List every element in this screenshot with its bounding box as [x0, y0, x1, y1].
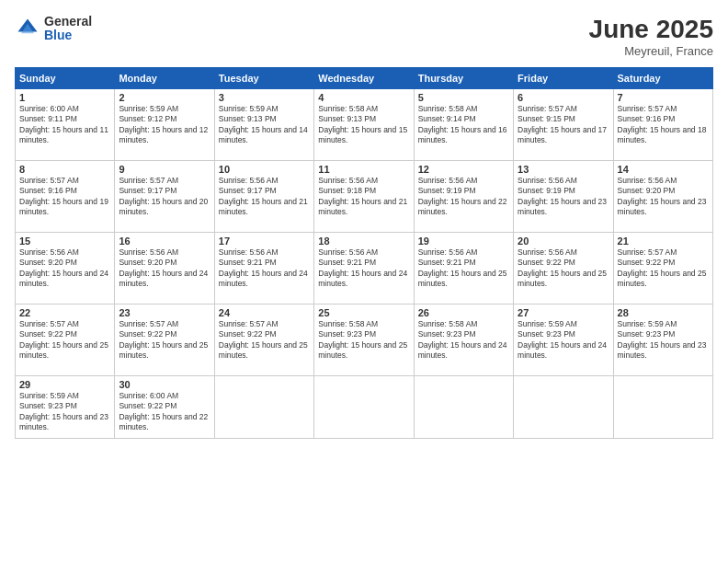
title-area: June 2025 Meyreuil, France: [589, 15, 713, 58]
table-row: [613, 376, 712, 439]
table-row: 19Sunrise: 5:56 AMSunset: 9:21 PMDayligh…: [414, 233, 513, 304]
table-row: [514, 376, 613, 439]
day-number: 1: [19, 92, 110, 103]
logo-icon: [15, 16, 40, 41]
day-info: Sunrise: 5:56 AMSunset: 9:21 PMDaylight:…: [219, 247, 310, 290]
day-info: Sunrise: 5:56 AMSunset: 9:17 PMDaylight:…: [219, 176, 310, 218]
day-info: Sunrise: 5:59 AMSunset: 9:12 PMDaylight:…: [119, 104, 210, 146]
day-number: 16: [119, 236, 210, 247]
day-number: 20: [518, 236, 609, 247]
day-number: 22: [19, 307, 110, 318]
table-row: 2Sunrise: 5:59 AMSunset: 9:12 PMDaylight…: [115, 89, 214, 161]
day-number: 18: [318, 236, 409, 247]
table-row: [414, 376, 513, 439]
calendar-table: Sunday Monday Tuesday Wednesday Thursday…: [15, 67, 713, 439]
table-row: 7Sunrise: 5:57 AMSunset: 9:16 PMDaylight…: [613, 89, 712, 161]
day-info: Sunrise: 5:56 AMSunset: 9:20 PMDaylight:…: [618, 176, 709, 218]
calendar-row: 1Sunrise: 6:00 AMSunset: 9:11 PMDaylight…: [16, 89, 713, 161]
table-row: 30Sunrise: 6:00 AMSunset: 9:22 PMDayligh…: [115, 376, 214, 439]
col-wednesday: Wednesday: [314, 68, 414, 89]
day-info: Sunrise: 5:56 AMSunset: 9:18 PMDaylight:…: [318, 176, 409, 218]
logo-text: General Blue: [44, 15, 92, 43]
table-row: 29Sunrise: 5:59 AMSunset: 9:23 PMDayligh…: [16, 376, 115, 439]
day-number: 27: [518, 307, 609, 318]
day-number: 15: [19, 236, 110, 247]
day-info: Sunrise: 6:00 AMSunset: 9:11 PMDaylight:…: [19, 104, 110, 146]
calendar-row: 22Sunrise: 5:57 AMSunset: 9:22 PMDayligh…: [16, 304, 713, 376]
table-row: 4Sunrise: 5:58 AMSunset: 9:13 PMDaylight…: [314, 89, 414, 161]
day-number: 26: [418, 307, 509, 318]
day-info: Sunrise: 5:58 AMSunset: 9:13 PMDaylight:…: [318, 104, 409, 146]
calendar-row: 15Sunrise: 5:56 AMSunset: 9:20 PMDayligh…: [16, 233, 713, 304]
day-number: 28: [618, 307, 709, 318]
col-monday: Monday: [115, 68, 214, 89]
day-number: 6: [518, 92, 609, 103]
day-info: Sunrise: 5:56 AMSunset: 9:21 PMDaylight:…: [418, 247, 509, 290]
day-number: 7: [618, 92, 709, 103]
day-number: 21: [618, 236, 709, 247]
day-info: Sunrise: 5:58 AMSunset: 9:23 PMDaylight:…: [418, 319, 509, 362]
table-row: 10Sunrise: 5:56 AMSunset: 9:17 PMDayligh…: [214, 161, 313, 233]
calendar-page: General Blue June 2025 Meyreuil, France …: [0, 0, 728, 563]
day-number: 3: [219, 92, 310, 103]
table-row: 17Sunrise: 5:56 AMSunset: 9:21 PMDayligh…: [214, 233, 313, 304]
day-info: Sunrise: 5:56 AMSunset: 9:19 PMDaylight:…: [418, 176, 509, 218]
day-info: Sunrise: 5:57 AMSunset: 9:22 PMDaylight:…: [119, 319, 210, 362]
day-info: Sunrise: 5:57 AMSunset: 9:22 PMDaylight:…: [618, 247, 709, 290]
table-row: 22Sunrise: 5:57 AMSunset: 9:22 PMDayligh…: [16, 304, 115, 376]
table-row: 8Sunrise: 5:57 AMSunset: 9:16 PMDaylight…: [16, 161, 115, 233]
table-row: 21Sunrise: 5:57 AMSunset: 9:22 PMDayligh…: [613, 233, 712, 304]
day-number: 25: [318, 307, 409, 318]
table-row: 12Sunrise: 5:56 AMSunset: 9:19 PMDayligh…: [414, 161, 513, 233]
day-number: 9: [119, 164, 210, 175]
day-number: 24: [219, 307, 310, 318]
table-row: 16Sunrise: 5:56 AMSunset: 9:20 PMDayligh…: [115, 233, 214, 304]
calendar-row: 29Sunrise: 5:59 AMSunset: 9:23 PMDayligh…: [16, 376, 713, 439]
day-info: Sunrise: 5:56 AMSunset: 9:20 PMDaylight:…: [119, 247, 210, 290]
table-row: 6Sunrise: 5:57 AMSunset: 9:15 PMDaylight…: [514, 89, 613, 161]
logo-blue: Blue: [44, 29, 92, 42]
table-row: 14Sunrise: 5:56 AMSunset: 9:20 PMDayligh…: [613, 161, 712, 233]
table-row: 26Sunrise: 5:58 AMSunset: 9:23 PMDayligh…: [414, 304, 513, 376]
day-number: 4: [318, 92, 409, 103]
table-row: 11Sunrise: 5:56 AMSunset: 9:18 PMDayligh…: [314, 161, 414, 233]
logo: General Blue: [15, 15, 92, 43]
table-row: 18Sunrise: 5:56 AMSunset: 9:21 PMDayligh…: [314, 233, 414, 304]
day-number: 17: [219, 236, 310, 247]
table-row: 24Sunrise: 5:57 AMSunset: 9:22 PMDayligh…: [214, 304, 313, 376]
table-row: 28Sunrise: 5:59 AMSunset: 9:23 PMDayligh…: [613, 304, 712, 376]
col-thursday: Thursday: [414, 68, 513, 89]
col-sunday: Sunday: [16, 68, 115, 89]
day-info: Sunrise: 5:56 AMSunset: 9:19 PMDaylight:…: [518, 176, 609, 218]
table-row: 23Sunrise: 5:57 AMSunset: 9:22 PMDayligh…: [115, 304, 214, 376]
table-row: 25Sunrise: 5:58 AMSunset: 9:23 PMDayligh…: [314, 304, 414, 376]
table-row: [314, 376, 414, 439]
day-info: Sunrise: 5:56 AMSunset: 9:20 PMDaylight:…: [19, 247, 110, 290]
day-info: Sunrise: 5:59 AMSunset: 9:23 PMDaylight:…: [618, 319, 709, 362]
col-friday: Friday: [514, 68, 613, 89]
day-info: Sunrise: 5:57 AMSunset: 9:22 PMDaylight:…: [19, 319, 110, 362]
day-number: 11: [318, 164, 409, 175]
day-number: 5: [418, 92, 509, 103]
day-info: Sunrise: 5:58 AMSunset: 9:14 PMDaylight:…: [418, 104, 509, 146]
logo-general: General: [44, 15, 92, 29]
month-title: June 2025: [589, 15, 713, 44]
day-number: 2: [119, 92, 210, 103]
day-info: Sunrise: 5:57 AMSunset: 9:16 PMDaylight:…: [19, 176, 110, 218]
day-info: Sunrise: 5:58 AMSunset: 9:23 PMDaylight:…: [318, 319, 409, 362]
day-number: 12: [418, 164, 509, 175]
table-row: 5Sunrise: 5:58 AMSunset: 9:14 PMDaylight…: [414, 89, 513, 161]
day-info: Sunrise: 5:56 AMSunset: 9:21 PMDaylight:…: [318, 247, 409, 290]
table-row: 1Sunrise: 6:00 AMSunset: 9:11 PMDaylight…: [16, 89, 115, 161]
day-number: 19: [418, 236, 509, 247]
day-info: Sunrise: 5:59 AMSunset: 9:23 PMDaylight:…: [19, 391, 110, 433]
day-number: 8: [19, 164, 110, 175]
header: General Blue June 2025 Meyreuil, France: [15, 15, 713, 58]
table-row: 20Sunrise: 5:56 AMSunset: 9:22 PMDayligh…: [514, 233, 613, 304]
day-info: Sunrise: 5:56 AMSunset: 9:22 PMDaylight:…: [518, 247, 609, 290]
table-row: 13Sunrise: 5:56 AMSunset: 9:19 PMDayligh…: [514, 161, 613, 233]
day-number: 30: [119, 379, 210, 390]
day-info: Sunrise: 5:57 AMSunset: 9:15 PMDaylight:…: [518, 104, 609, 146]
day-number: 14: [618, 164, 709, 175]
calendar-header-row: Sunday Monday Tuesday Wednesday Thursday…: [16, 68, 713, 89]
